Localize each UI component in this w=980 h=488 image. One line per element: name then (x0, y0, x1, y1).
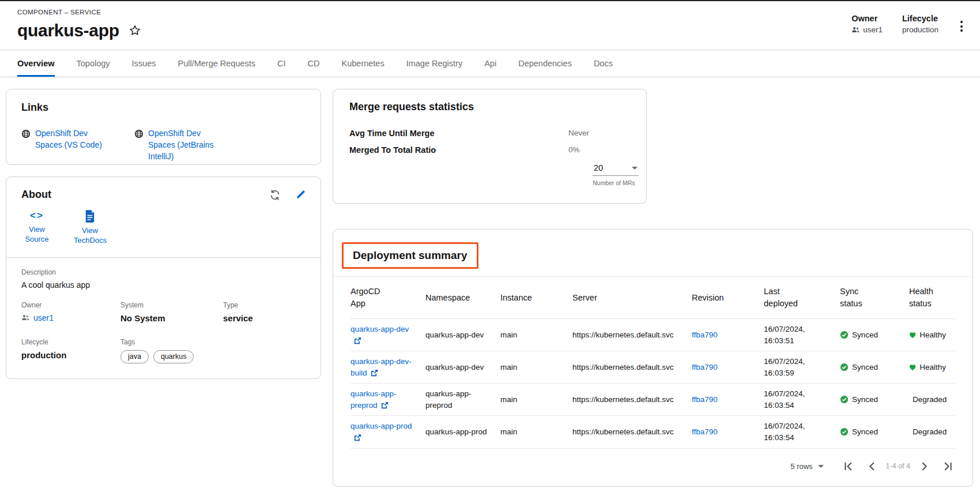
owner-stat: Owner user1 (851, 14, 883, 34)
col-sync-status: Sync status (840, 277, 909, 319)
about-lifecycle-value: production (21, 350, 120, 360)
about-tags-field: Tags java quarkus (120, 338, 223, 363)
app-page: COMPONENT – SERVICE quarkus-app Owner us… (0, 0, 980, 488)
tab-kubernetes[interactable]: Kubernetes (342, 50, 385, 77)
synced-check-icon (840, 395, 849, 404)
about-owner-label: Owner (21, 301, 120, 309)
revision-link[interactable]: ffba790 (692, 427, 718, 436)
chevron-left-icon (867, 461, 877, 471)
mr-stats-title: Merge requests statistics (349, 101, 630, 113)
external-link-icon (353, 433, 362, 442)
pagination-range: 1-4 of 4 (886, 462, 910, 470)
tab-issues[interactable]: Issues (132, 50, 156, 77)
deployment-summary-card: Deployment summary ArgoCD App Namespace … (333, 229, 973, 487)
argocd-app-link[interactable]: quarkus-app-dev (350, 325, 409, 345)
number-of-mrs-select[interactable]: 20 Number of MRs (593, 162, 639, 186)
last-deployed-cell: 16/07/2024, 16:03:54 (764, 416, 840, 448)
health-status: Degraded (909, 426, 946, 438)
first-page-button[interactable] (843, 461, 853, 471)
view-source-button[interactable]: <> View Source (18, 210, 56, 246)
entity-tabbar: Overview Topology Issues Pull/Merge Requ… (0, 50, 980, 77)
globe-icon (134, 129, 144, 138)
tag-chip-java[interactable]: java (120, 350, 149, 363)
deployment-summary-title: Deployment summary (353, 249, 468, 262)
tab-ci[interactable]: CI (277, 50, 286, 77)
description-value: A cool quarkus app (21, 280, 306, 290)
argocd-app-link[interactable]: quarkus-app-prod (350, 422, 412, 442)
namespace-cell: quarkus-app-dev (425, 319, 500, 351)
view-source-label: View Source (21, 225, 53, 245)
type-label: Type (223, 301, 306, 309)
col-instance: Instance (500, 277, 572, 319)
about-card: About <> View Source (6, 177, 321, 379)
entity-identity: COMPONENT – SERVICE quarkus-app (17, 9, 142, 40)
favorite-star-icon[interactable] (127, 23, 142, 38)
revision-link[interactable]: ffba790 (692, 363, 718, 371)
sync-status: Synced (840, 394, 900, 406)
tab-overview[interactable]: Overview (17, 50, 55, 77)
rows-per-page-value: 5 rows (790, 462, 812, 471)
healthy-heart-icon (909, 363, 916, 371)
server-cell: https://kubernetes.default.svc (572, 416, 692, 448)
health-status: Healthy (909, 329, 946, 341)
tab-cd[interactable]: CD (308, 50, 320, 77)
link-devspaces-vscode[interactable]: OpenShift Dev Spaces (VS Code) (21, 128, 114, 163)
highlight-box: Deployment summary (342, 242, 478, 269)
tab-docs[interactable]: Docs (594, 50, 613, 77)
type-value: service (223, 313, 306, 323)
group-icon (21, 314, 30, 321)
table-pagination: 5 rows 1-4 of 4 (350, 449, 955, 476)
revision-link[interactable]: ffba790 (692, 395, 718, 404)
merged-to-total-ratio-value: 0% (568, 145, 580, 155)
synced-check-icon (840, 427, 849, 436)
tab-image-registry[interactable]: Image Registry (406, 50, 463, 77)
code-icon: <> (30, 210, 44, 222)
server-cell: https://kubernetes.default.svc (572, 319, 692, 351)
last-deployed-cell: 16/07/2024, 16:03:54 (764, 384, 840, 416)
lifecycle-value: production (902, 25, 938, 34)
tab-dependencies[interactable]: Dependencies (518, 50, 572, 77)
about-card-title: About (21, 189, 51, 201)
entity-header: COMPONENT – SERVICE quarkus-app Owner us… (0, 1, 980, 50)
view-techdocs-button[interactable]: View TechDocs (71, 210, 109, 246)
overview-content: Links OpenShift Dev Spaces (VS Code) Ope… (0, 77, 980, 488)
about-lifecycle-field: Lifecycle production (21, 338, 120, 363)
refresh-icon[interactable] (269, 189, 281, 201)
tag-chip-quarkus[interactable]: quarkus (153, 350, 194, 363)
last-page-button[interactable] (943, 461, 953, 471)
next-page-button[interactable] (919, 461, 929, 471)
external-link-icon (353, 336, 362, 345)
about-owner-field: Owner user1 (21, 301, 120, 323)
links-card: Links OpenShift Dev Spaces (VS Code) Ope… (6, 89, 321, 165)
merge-requests-statistics-card: Merge requests statistics Avg Time Until… (333, 89, 647, 204)
tab-api[interactable]: Api (484, 50, 496, 77)
revision-link[interactable]: ffba790 (692, 331, 718, 339)
more-options-kebab-icon[interactable] (958, 17, 965, 35)
table-row: quarkus-app-preprod quarkus-app-preprod … (350, 384, 955, 416)
rows-per-page-select[interactable]: 5 rows (790, 462, 823, 471)
chevron-down-icon (632, 167, 638, 170)
last-deployed-cell: 16/07/2024, 16:03:59 (764, 351, 840, 384)
argocd-app-link[interactable]: quarkus-app-preprod (350, 389, 397, 410)
link-label: OpenShift Dev Spaces (JetBrains IntelliJ… (148, 128, 227, 163)
instance-cell: main (500, 319, 572, 351)
previous-page-button[interactable] (867, 461, 877, 471)
edit-pencil-icon[interactable] (296, 190, 306, 200)
table-row: quarkus-app-prod quarkus-app-prod main h… (350, 416, 955, 448)
owner-user-link[interactable]: user1 (21, 313, 120, 322)
tab-topology[interactable]: Topology (77, 50, 110, 77)
table-row: quarkus-app-dev-build quarkus-app-dev ma… (350, 351, 955, 384)
link-devspaces-intellij[interactable]: OpenShift Dev Spaces (JetBrains IntelliJ… (134, 128, 227, 163)
argocd-app-link[interactable]: quarkus-app-dev-build (350, 357, 412, 377)
avg-time-until-merge-label: Avg Time Until Merge (349, 129, 568, 138)
number-of-mrs-label: Number of MRs (593, 179, 639, 186)
number-of-mrs-value: 20 (594, 163, 603, 172)
synced-check-icon (840, 363, 849, 371)
synced-check-icon (840, 331, 849, 339)
first-page-icon (843, 461, 853, 471)
avg-time-until-merge-value: Never (568, 129, 589, 138)
tab-pull-merge-requests[interactable]: Pull/Merge Requests (178, 50, 255, 77)
merged-to-total-ratio-label: Merged To Total Ratio (349, 145, 568, 155)
entity-kind-breadcrumb: COMPONENT – SERVICE (17, 9, 142, 16)
page-title: quarkus-app (17, 21, 119, 40)
